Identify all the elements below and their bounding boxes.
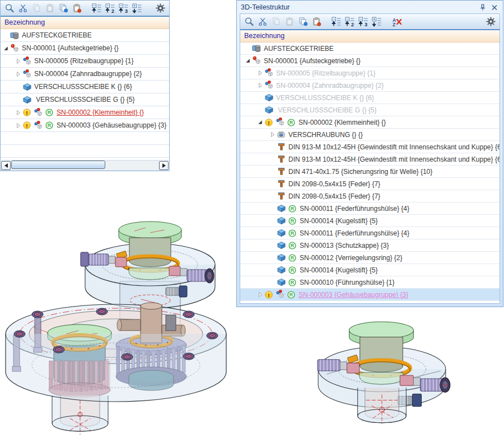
tree-row[interactable]: DIN 913-M 10x12-45H {Gewindestift mit In… <box>240 141 500 153</box>
tree-row[interactable]: VERSCHLUSSSCHEIBE G {} {5} <box>240 104 500 116</box>
scroll-left-button[interactable] <box>1 161 11 170</box>
svg-text:2: 2 <box>351 21 354 27</box>
svg-text:!: ! <box>268 119 269 125</box>
close-icon[interactable] <box>490 3 499 12</box>
expand-level-3-button[interactable]: 3 <box>357 15 370 29</box>
expand-expander-icon[interactable] <box>14 109 22 116</box>
settings-button[interactable] <box>153 2 167 15</box>
tree-row-label: SN-000003 {Gehäusebaugruppe} {3} <box>57 121 166 129</box>
tree-row[interactable]: SN-000001 {Aufsteckgetriebe} {} <box>1 42 169 55</box>
svg-text:R: R <box>290 120 293 125</box>
expand-expander-icon[interactable] <box>256 69 264 77</box>
paste-active-part-button[interactable] <box>70 2 83 15</box>
cut-button[interactable] <box>16 2 30 15</box>
bell-sleeve[interactable] <box>129 268 171 280</box>
registered-icon: R <box>287 265 297 275</box>
tree-row[interactable]: VERSCHLUSSSCHEIBE K {} {6} <box>240 92 500 104</box>
tree-row[interactable]: SN-000004 {Zahnradbaugruppe} {2} <box>240 79 500 92</box>
tree-row[interactable]: AUFSTECKGETRIEBE <box>1 29 169 42</box>
tree-row[interactable]: SN-000005 {Ritzelbaugruppe} {1} <box>240 67 500 79</box>
pin-bluered-icon <box>22 69 32 79</box>
assembly-root-icon <box>251 44 262 54</box>
expander-spacer <box>268 242 276 249</box>
tree-row[interactable]: RSN-000012 {Verriegelungsring} {2} <box>240 252 500 264</box>
tree-row-label: SN-000013 {Schutzkappe} {3} <box>300 242 389 249</box>
expand-expander-icon[interactable] <box>14 57 22 65</box>
box-blue-icon <box>276 241 286 251</box>
tree-row[interactable]: AUFSTECKGETRIEBE <box>240 43 500 55</box>
tree-row[interactable]: RSN-000014 {Kugelstift} {5} <box>240 264 500 276</box>
tree-row[interactable]: DIN 913-M 10x12-45H {Gewindestift mit In… <box>240 153 500 166</box>
collapse-all-button[interactable] <box>330 15 343 29</box>
scroll-right-button[interactable] <box>159 161 169 170</box>
h-scrollbar[interactable] <box>1 160 169 170</box>
pin-red-icon <box>10 43 20 53</box>
tree-row[interactable]: !RSN-000002 {Klemmeinheit} {} <box>1 106 169 119</box>
expand-expander-icon[interactable] <box>14 121 22 129</box>
tree-row[interactable]: DIN 471-40x1.75 {Sicherungsring für Well… <box>240 166 500 178</box>
left-arrow-icon <box>4 163 8 168</box>
collapse-expander-icon[interactable] <box>256 119 264 126</box>
registered-icon: R <box>287 216 297 226</box>
panel-titlebar[interactable]: 3D-Teilestruktur <box>237 1 503 13</box>
search-button[interactable] <box>242 15 256 29</box>
tree-row[interactable]: VERSCHLUSSSCHEIBE K {} {6} <box>1 81 169 93</box>
tree-row[interactable]: !RSN-000003 {Gehäusebaugruppe} {3} <box>1 119 169 132</box>
tree-row[interactable]: !RSN-000002 {Klemmeinheit} {} <box>240 116 500 129</box>
aufsteckgetriebe-3d-view[interactable] <box>0 215 252 438</box>
box-blue-icon <box>276 277 286 288</box>
search-button[interactable] <box>3 2 16 15</box>
collapse-expander-icon[interactable] <box>244 57 251 65</box>
scrollbar-track[interactable] <box>11 161 159 170</box>
paste-active-part-button[interactable] <box>310 15 323 29</box>
tree-row-label: SN-000001 {Aufsteckgetriebe} {} <box>22 44 119 52</box>
pin-button[interactable] <box>478 3 487 12</box>
svg-text:R: R <box>48 110 52 115</box>
expander-spacer <box>268 143 276 151</box>
copy-button <box>269 15 283 29</box>
collapse-all-button[interactable] <box>90 2 104 15</box>
expand-expander-icon[interactable] <box>14 70 22 78</box>
guide-cylinder[interactable] <box>358 388 407 423</box>
tree-row[interactable]: SN-000004 {Zahnradbaugruppe} {2} <box>1 68 169 81</box>
tree-row[interactable]: RSN-000014 {Kugelstift} {5} <box>240 215 500 227</box>
column-header[interactable]: Bezeichnung <box>1 17 169 29</box>
tree-row[interactable]: DIN 2098-0,5x4x15 {Feder} {7} <box>240 190 500 202</box>
tree-row[interactable]: RSN-000011 {Federführungshülse} {4} <box>240 202 500 215</box>
expander-spacer <box>268 180 276 188</box>
expand-all-button[interactable] <box>130 2 144 15</box>
tree-row-label: DIN 913-M 10x12-45H {Gewindestift mit In… <box>288 143 500 151</box>
copy-active-part-button[interactable] <box>57 2 70 15</box>
tree-row[interactable]: VERSCHLUSSSCHEIBE G {} {5} <box>1 93 169 106</box>
bell-sleeve[interactable] <box>360 373 403 384</box>
tree-row[interactable]: RSN-000010 {Führungshülse} {1} <box>240 276 500 289</box>
column-header[interactable]: Bezeichnung <box>240 30 500 43</box>
tree-row[interactable]: !RSN-000003 {Gehäusebaugruppe} {3} <box>240 289 500 301</box>
tree-row[interactable]: VERSCHRAUBUNG {} {} <box>240 129 500 141</box>
cut-button[interactable] <box>256 15 269 29</box>
tree-row[interactable]: SN-000001 {Aufsteckgetriebe} {} <box>240 55 500 67</box>
expand-all-button[interactable] <box>370 15 384 29</box>
expand-expander-icon[interactable] <box>256 82 264 90</box>
tree-row[interactable]: DIN 2098-0,5x4x15 {Feder} {7} <box>240 178 500 190</box>
tree-row-label: VERSCHLUSSSCHEIBE G {} {5} <box>34 96 134 103</box>
expand-expander-icon[interactable] <box>256 291 264 299</box>
settings-button[interactable] <box>484 15 497 29</box>
klemmeinheit-part[interactable] <box>318 322 450 423</box>
expand-level-3-button[interactable]: 3 <box>117 2 130 15</box>
tree-row[interactable]: SN-000005 {Ritzelbaugruppe} {1} <box>1 55 169 68</box>
tree-row[interactable]: RSN-000013 {Schutzkappe} {3} <box>240 239 500 252</box>
small-screw[interactable] <box>166 286 187 297</box>
tree-row-label: SN-000002 {Klemmeinheit} {} <box>298 119 386 126</box>
collapse-expander-icon[interactable] <box>2 44 10 52</box>
paste-button <box>283 15 296 29</box>
expand-level-2-button[interactable]: 2 <box>343 15 357 29</box>
expand-level-2-button[interactable]: 2 <box>104 2 117 15</box>
expand-expander-icon[interactable] <box>268 131 276 139</box>
gehaeuse-base-3d[interactable] <box>6 303 226 435</box>
klemmeinheit-3d-view[interactable] <box>310 315 456 428</box>
copy-active-part-button[interactable] <box>296 15 310 29</box>
scrollbar-thumb[interactable] <box>11 161 105 169</box>
remove-sort-button[interactable]: AZ <box>390 15 404 29</box>
tree-row[interactable]: RSN-000011 {Federführungshülse} {4} <box>240 227 500 239</box>
